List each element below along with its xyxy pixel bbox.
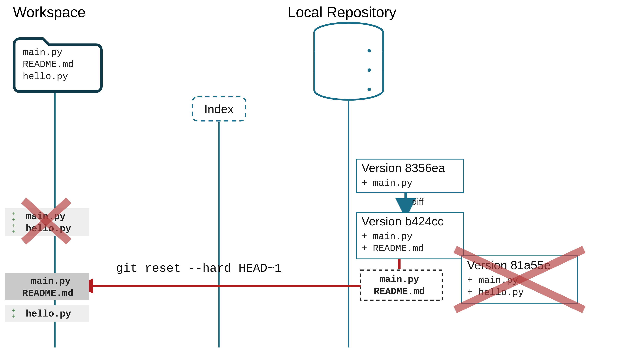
commit-0: Version 8356ea + main.py <box>356 159 464 193</box>
git-command: git reset --hard HEAD~1 <box>116 262 282 275</box>
folder-file-1: README.md <box>23 59 74 70</box>
index-box: Index <box>192 97 246 121</box>
snapshot-line-0: main.py <box>380 274 419 285</box>
folder-file-2: hello.py <box>23 71 68 82</box>
commit-1-title: Version b424cc <box>362 215 444 228</box>
svg-text:+: + <box>12 223 16 230</box>
commit-1-file-1: + README.md <box>362 243 424 254</box>
svg-point-5 <box>368 88 371 91</box>
ws-res-line-1: README.md <box>22 288 74 299</box>
svg-point-4 <box>368 68 371 72</box>
svg-text:+: + <box>12 211 16 218</box>
commit-1: Version b424cc + main.py + README.md <box>356 212 464 259</box>
commit-1-file-0: + main.py <box>362 231 412 242</box>
ws-res-line-0: main.py <box>31 276 71 287</box>
snapshot-line-1: README.md <box>374 286 425 297</box>
svg-text:+: + <box>12 313 16 320</box>
git-reset-diagram: Workspace Local Repository main.py READM… <box>0 0 644 348</box>
svg-text:+: + <box>12 229 16 236</box>
workspace-result: main.py README.md <box>5 273 89 300</box>
commit-0-title: Version 8356ea <box>362 161 445 175</box>
ws-stray-line-0: hello.py <box>26 308 71 319</box>
svg-text:Index: Index <box>204 102 234 116</box>
folder-file-0: main.py <box>23 47 62 58</box>
workspace-folder: main.py README.md hello.py <box>14 39 101 92</box>
svg-text:+: + <box>12 217 16 224</box>
workspace-changes-deleted: + + + + main.py hello.py <box>5 200 89 242</box>
deleted-commit: Version 81a55e + main.py + hello.py <box>455 249 584 310</box>
workspace-stray: + + hello.py <box>5 305 89 322</box>
snapshot-box: main.py README.md <box>360 270 442 300</box>
svg-text:+: + <box>12 307 16 314</box>
svg-point-3 <box>368 49 371 53</box>
database-icon <box>314 23 383 100</box>
localrepo-title: Local Repository <box>288 4 396 20</box>
commit-0-file-0: + main.py <box>362 178 412 189</box>
diff-label: diff <box>412 197 424 207</box>
workspace-title: Workspace <box>13 4 86 20</box>
